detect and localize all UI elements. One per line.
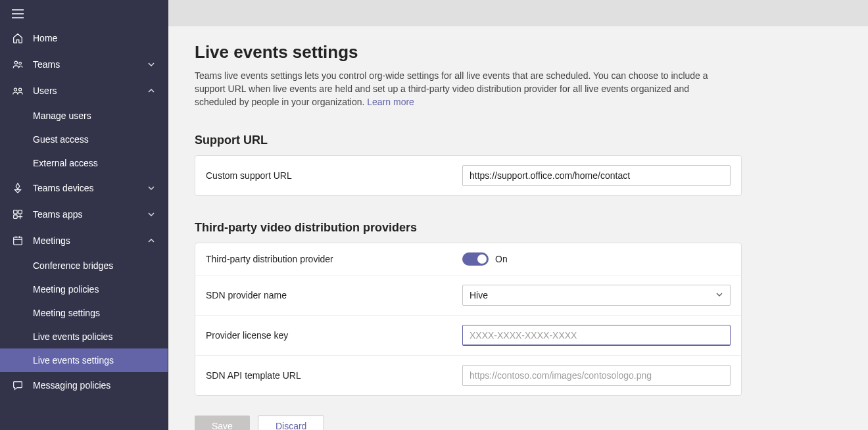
sidebar-item-teams-devices[interactable]: Teams devices — [0, 175, 168, 201]
toggle-state-label: On — [495, 254, 508, 264]
sidebar-item-label: Guest access — [33, 134, 89, 145]
hamburger-menu-button[interactable] — [0, 0, 168, 25]
input-provider-license-key[interactable] — [462, 325, 731, 346]
chevron-up-icon — [147, 236, 156, 245]
apps-icon — [12, 208, 24, 220]
row-provider-license-key: Provider license key — [195, 315, 741, 355]
sidebar-item-teams-apps[interactable]: Teams apps — [0, 201, 168, 227]
label-provider-license-key: Provider license key — [206, 330, 462, 341]
svg-point-6 — [19, 88, 22, 91]
sidebar-subitem-live-events-settings[interactable]: Live events settings — [0, 348, 168, 372]
sidebar-item-label: Teams apps — [33, 208, 147, 221]
sidebar-subitem-live-events-policies[interactable]: Live events policies — [0, 325, 168, 348]
teams-icon — [12, 59, 24, 70]
svg-point-4 — [19, 62, 22, 64]
save-button[interactable]: Save — [195, 416, 250, 430]
svg-rect-7 — [14, 210, 17, 214]
button-row: Save Discard — [195, 416, 842, 430]
page-description-text: Teams live events settings lets you cont… — [195, 70, 708, 107]
row-sdn-provider-name: SDN provider name Hive — [195, 275, 741, 315]
users-icon — [12, 85, 24, 97]
sidebar-subitem-manage-users[interactable]: Manage users — [0, 104, 168, 128]
toggle-third-party-provider[interactable] — [462, 252, 489, 266]
sidebar-subitem-guest-access[interactable]: Guest access — [0, 128, 168, 151]
label-custom-support-url: Custom support URL — [206, 170, 462, 181]
sidebar-subitem-conference-bridges[interactable]: Conference bridges — [0, 254, 168, 277]
section-title-support-url: Support URL — [195, 133, 842, 147]
row-third-party-toggle: Third-party distribution provider On — [195, 243, 741, 275]
sidebar-subitem-external-access[interactable]: External access — [0, 151, 168, 175]
sidebar-item-label: Conference bridges — [33, 260, 113, 271]
devices-icon — [12, 182, 24, 194]
sidebar-item-label: Meeting policies — [33, 284, 99, 295]
providers-card: Third-party distribution provider On SDN… — [195, 243, 742, 396]
sidebar-item-label: Home — [33, 32, 156, 45]
input-sdn-api-template-url[interactable] — [462, 365, 731, 386]
input-custom-support-url[interactable] — [462, 165, 731, 186]
sidebar-subitem-meeting-policies[interactable]: Meeting policies — [0, 277, 168, 301]
app-shell: Home Teams Users Manage users Guest acce… — [0, 0, 868, 430]
svg-rect-8 — [18, 210, 22, 214]
svg-rect-10 — [14, 237, 22, 245]
sidebar-item-label: External access — [33, 158, 98, 168]
sidebar-item-messaging-policies[interactable]: Messaging policies — [0, 372, 168, 398]
sidebar-item-users[interactable]: Users — [0, 78, 168, 104]
row-custom-support-url: Custom support URL — [195, 156, 741, 195]
toggle-knob — [477, 254, 487, 264]
page-description: Teams live events settings lets you cont… — [195, 69, 721, 108]
sidebar-item-label: Teams — [33, 58, 147, 71]
chevron-down-icon — [147, 183, 156, 193]
support-url-card: Custom support URL — [195, 155, 742, 196]
chevron-up-icon — [147, 86, 156, 95]
svg-rect-9 — [14, 215, 17, 218]
sidebar-item-label: Manage users — [33, 110, 91, 121]
calendar-icon — [12, 235, 24, 247]
sidebar-item-teams[interactable]: Teams — [0, 51, 168, 78]
label-sdn-provider-name: SDN provider name — [206, 290, 462, 300]
hamburger-icon — [12, 9, 156, 18]
home-icon — [12, 32, 24, 44]
sidebar-item-meetings[interactable]: Meetings — [0, 227, 168, 254]
sidebar-item-label: Messaging policies — [33, 379, 156, 392]
chevron-down-icon — [147, 60, 156, 69]
chevron-down-icon — [147, 210, 156, 219]
label-third-party-toggle: Third-party distribution provider — [206, 254, 462, 264]
svg-point-3 — [14, 61, 17, 64]
select-sdn-provider-name[interactable]: Hive — [462, 285, 731, 306]
sidebar-item-label: Meeting settings — [33, 308, 100, 318]
sidebar-item-label: Live events settings — [33, 355, 114, 366]
content-area: Live events settings Teams live events s… — [168, 26, 868, 430]
sidebar-item-label: Live events policies — [33, 331, 112, 342]
toggle-third-party-provider-wrap: On — [462, 252, 731, 266]
select-value: Hive — [470, 290, 488, 300]
sidebar-item-label: Users — [33, 84, 147, 97]
discard-button[interactable]: Discard — [258, 416, 324, 430]
learn-more-link[interactable]: Learn more — [367, 97, 414, 107]
page-title: Live events settings — [195, 42, 842, 62]
sidebar-item-home[interactable]: Home — [0, 25, 168, 51]
svg-point-5 — [14, 88, 16, 91]
row-sdn-api-template-url: SDN API template URL — [195, 355, 741, 395]
top-strip — [168, 0, 868, 26]
sidebar-item-label: Teams devices — [33, 181, 147, 195]
section-title-providers: Third-party video distribution providers — [195, 221, 842, 235]
label-sdn-api-template-url: SDN API template URL — [206, 370, 462, 381]
chevron-down-icon — [715, 290, 723, 300]
main-content: Live events settings Teams live events s… — [168, 0, 868, 430]
sidebar-subitem-meeting-settings[interactable]: Meeting settings — [0, 301, 168, 325]
sidebar-item-label: Meetings — [33, 234, 147, 247]
chat-icon — [12, 379, 24, 391]
sidebar: Home Teams Users Manage users Guest acce… — [0, 0, 168, 430]
